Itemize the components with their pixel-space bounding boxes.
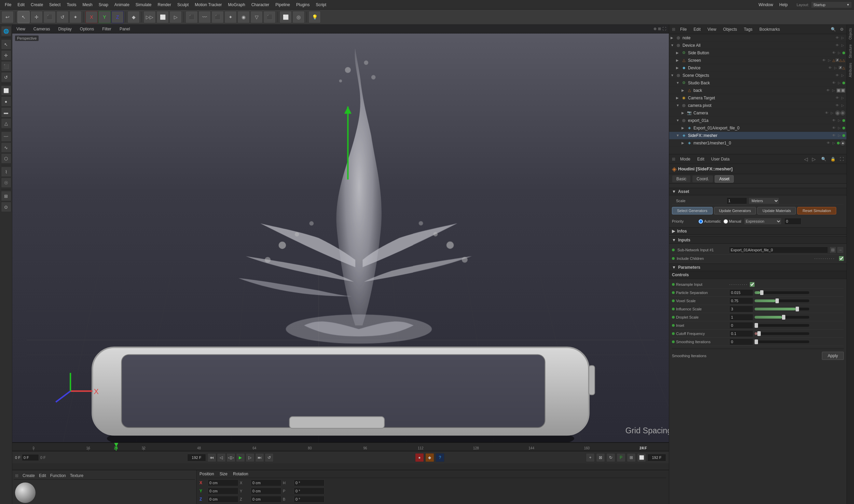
timeline-ruler[interactable]: 0 16 24 32 48 64 80 96 112 128 144 160 (12, 443, 669, 451)
render-icon[interactable]: ▷ (831, 88, 836, 93)
tree-item-camera[interactable]: ▶ 📷 Camera 👁 ▷ ◎ ⊙ (669, 109, 846, 117)
render-icon[interactable]: ▷ (840, 43, 845, 48)
position-y-field[interactable] (208, 488, 238, 494)
menu-item-mograph[interactable]: MoGraph (225, 1, 248, 8)
reset-simulation-button[interactable]: Reset Simulation (797, 207, 836, 214)
sub-network-browse-btn[interactable]: ▤ (829, 247, 836, 253)
render-icon[interactable]: ▷ (837, 118, 842, 123)
floor-view-button[interactable]: ⬛ (211, 11, 224, 23)
sub-network-arrow-btn[interactable]: → (837, 247, 844, 253)
material-tab-edit[interactable]: Edit (39, 473, 46, 478)
vis-icon[interactable]: 👁 (822, 58, 826, 63)
rot-p-field[interactable] (294, 488, 325, 494)
keyframe-button[interactable]: ◆ (425, 453, 434, 462)
influence-scale-input[interactable] (730, 307, 753, 311)
viewport-menu-cameras[interactable]: Cameras (32, 26, 52, 32)
viewport[interactable]: View Cameras Display Options Filter Pane… (12, 25, 669, 443)
menu-item-create[interactable]: Create (28, 1, 46, 8)
priority-auto-radio[interactable]: Automatic (699, 219, 721, 224)
viewport-menu-view[interactable]: View (15, 26, 27, 32)
props-expand-btn[interactable]: ⛶ (840, 157, 844, 162)
om-tab-bookmarks[interactable]: Bookmarks (757, 26, 782, 32)
ps-slider[interactable] (755, 291, 809, 294)
menu-item-help[interactable]: Help (776, 1, 790, 8)
menu-item-window[interactable]: Window (756, 1, 776, 8)
tree-item-side-button[interactable]: ▶ ⚙ Side Button 👁 ▷ (669, 49, 846, 57)
vis-icon[interactable]: 👁 (835, 96, 840, 100)
menu-item-edit[interactable]: Edit (15, 1, 27, 8)
menu-item-file[interactable]: File (2, 1, 14, 8)
prev-frame-button[interactable]: ◁ (217, 453, 226, 462)
vs-slider[interactable] (755, 299, 809, 302)
material-item[interactable]: Materia (14, 481, 37, 504)
anim-view-button[interactable]: ⬛ (263, 11, 276, 23)
props-fwd-btn[interactable]: ▷ (812, 156, 816, 162)
render-icon[interactable]: ▷ (837, 81, 842, 85)
tree-item-studio-back[interactable]: ▼ ⚙ Studio Back 👁 ▷ (669, 79, 846, 87)
menu-item-simulate[interactable]: Simulate (133, 1, 154, 8)
menu-item-select[interactable]: Select (46, 1, 63, 8)
add-track-button[interactable]: + (586, 453, 595, 462)
asset-section-header[interactable]: ▼ Asset (669, 188, 846, 195)
ps-input-wrapper[interactable] (729, 289, 753, 296)
structure-strip-btn[interactable]: Structure (848, 42, 853, 60)
select-tool-button[interactable]: ↖ (17, 11, 30, 23)
y-axis-button[interactable]: Y (98, 11, 111, 23)
create-object-button[interactable]: ◆ (127, 11, 140, 23)
layout-selector[interactable]: Startup ▼ (811, 1, 852, 8)
cutoff-freq-input[interactable] (730, 332, 753, 336)
smoothing-input[interactable] (730, 340, 753, 344)
render-region-button[interactable]: ⬜ (156, 11, 169, 23)
scale-input[interactable] (727, 199, 747, 203)
menu-item-plugins[interactable]: Plugins (293, 1, 312, 8)
droplet-scale-input[interactable] (730, 315, 753, 319)
vis-icon[interactable]: 👁 (826, 88, 830, 93)
movie-button[interactable]: ◎ (292, 11, 305, 23)
apply-smoothing-button[interactable]: Apply (822, 352, 844, 360)
props-userdata-tab[interactable]: User Data (709, 156, 732, 162)
info-button[interactable]: ? (436, 453, 444, 462)
vis-icon[interactable]: 👁 (831, 118, 836, 123)
rot-b-field[interactable] (294, 496, 325, 503)
priority-manual-radio[interactable]: Manual (724, 219, 741, 224)
pos-button[interactable]: P (617, 453, 625, 462)
vis-icon[interactable]: 👁 (835, 103, 840, 108)
size-z-field[interactable] (251, 496, 281, 503)
menu-item-sculpt[interactable]: Sculpt (175, 1, 191, 8)
scale-tool-button[interactable]: ⬛ (43, 11, 56, 23)
tree-item-note[interactable]: ▶ ◎ note 👁 ▷ (669, 34, 846, 42)
tree-item-mesher1[interactable]: ▶ ◈ mesher1/mesher1_0 👁 ▷ ◈ (669, 139, 846, 147)
props-edit-tab[interactable]: Edit (695, 156, 706, 162)
size-y-field[interactable] (251, 488, 281, 494)
infos-section-header[interactable]: ▶ Infos (669, 227, 846, 235)
menu-item-snap[interactable]: Snap (96, 1, 111, 8)
update-materials-button[interactable]: Update Materials (757, 207, 796, 214)
tool-deformer[interactable]: ⌇ (1, 167, 11, 177)
inset-input-wrapper[interactable] (729, 322, 753, 329)
menu-item-tools[interactable]: Tools (64, 1, 79, 8)
select-generators-button[interactable]: Select Generators (672, 207, 713, 214)
tool-cylinder[interactable]: ▬ (1, 107, 11, 117)
vis-icon[interactable]: 👁 (826, 141, 831, 145)
menu-item-mesh[interactable]: Mesh (80, 1, 95, 8)
tree-item-export-01a[interactable]: ▼ ◎ export_01a 👁 ▷ (669, 117, 846, 124)
tool-spline[interactable]: ∿ (1, 142, 11, 153)
render-icon[interactable]: ▷ (827, 58, 832, 63)
priority-num-input[interactable] (784, 218, 801, 225)
update-generators-button[interactable]: Update Generators (714, 207, 756, 214)
material-tab-create[interactable]: Create (23, 473, 35, 478)
props-tab-coord[interactable]: Coord. (692, 175, 713, 183)
props-search-btn[interactable]: 🔍 (821, 157, 826, 162)
tree-item-device[interactable]: ▶ ◆ Device 👁 ▷ ✗ △ (669, 64, 846, 72)
priority-mode-select[interactable]: Expression (744, 218, 782, 225)
om-settings-btn[interactable]: ⚙ (840, 27, 844, 32)
render-icon[interactable]: ▷ (840, 36, 845, 40)
render-icon[interactable]: ▷ (840, 73, 845, 78)
objects-strip-btn[interactable]: Objects (848, 26, 853, 42)
viewport-menu-filter[interactable]: Filter (101, 26, 113, 32)
include-children-checkbox[interactable] (839, 256, 844, 261)
frame-start-input[interactable] (22, 454, 39, 461)
tree-item-sidefx-mesher[interactable]: ▼ ◈ SideFX::mesher 👁 ▷ (669, 132, 846, 139)
props-back-btn[interactable]: ◁ (804, 156, 808, 162)
playhead[interactable] (116, 443, 116, 451)
